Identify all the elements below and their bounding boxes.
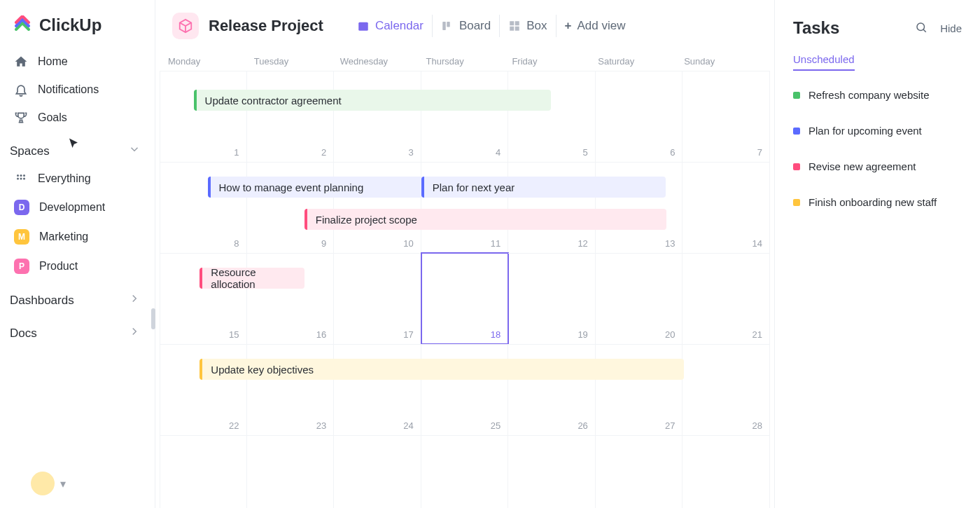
event-label: Finalize project scope (316, 214, 417, 226)
calendar-event[interactable]: How to manage event planning (208, 177, 426, 198)
task-item[interactable]: Refresh company website (793, 89, 962, 101)
calendar-cell[interactable]: 4 (421, 71, 509, 162)
day-number: 17 (403, 329, 413, 340)
day-number: 26 (578, 420, 587, 431)
view-box[interactable]: Box (500, 15, 556, 37)
tasks-tab-unscheduled[interactable]: Unscheduled (793, 53, 855, 71)
user-menu[interactable]: ▾ (31, 472, 66, 495)
view-board-label: Board (459, 19, 491, 33)
weekday-header: MondayTuesdayWednesdayThursdayFridaySatu… (155, 52, 774, 71)
calendar-cell[interactable]: 1 (334, 435, 421, 508)
svg-rect-13 (515, 27, 519, 31)
svg-point-2 (23, 174, 25, 177)
task-item[interactable]: Finish onboarding new staff (793, 196, 962, 208)
calendar-cell[interactable]: 4 (596, 435, 683, 508)
space-item-product[interactable]: P Product (7, 252, 148, 281)
space-list: D DevelopmentM MarketingP Product (7, 193, 148, 281)
space-item-development[interactable]: D Development (7, 193, 148, 222)
calendar-cell[interactable]: 5 (508, 71, 596, 162)
space-color-icon: P (14, 259, 29, 274)
task-item[interactable]: Plan for upcoming event (793, 125, 962, 137)
calendar-cell[interactable]: 25 (421, 344, 509, 435)
calendar-event[interactable]: Update key objectives (200, 359, 683, 380)
calendar-cell[interactable]: 29 (160, 435, 247, 508)
task-color-icon (793, 163, 800, 170)
calendar-cell[interactable]: 19 (508, 253, 596, 344)
calendar-cell[interactable]: 8 (160, 162, 247, 253)
calendar-cell[interactable]: 11 (421, 162, 509, 253)
add-view-label: Add view (577, 19, 625, 33)
weekday-label: Tuesday (250, 52, 336, 71)
svg-point-14 (917, 23, 925, 31)
task-label: Refresh company website (808, 89, 930, 101)
calendar-cell[interactable]: 2 (247, 71, 335, 162)
calendar-cell[interactable]: 14 (682, 162, 770, 253)
calendar-cell[interactable]: 21 (682, 253, 770, 344)
calendar-view: MondayTuesdayWednesdayThursdayFridaySatu… (155, 52, 774, 508)
spaces-header[interactable]: Spaces (7, 132, 148, 165)
calendar-cell[interactable]: 7 (682, 71, 770, 162)
spaces-header-label: Spaces (10, 144, 50, 158)
calendar-cell[interactable]: 3 (334, 71, 421, 162)
calendar-cell[interactable]: 3 (508, 435, 596, 508)
calendar-cell[interactable]: 2 (421, 435, 509, 508)
calendar-cell[interactable]: 6 (596, 71, 683, 162)
calendar-event[interactable]: Update contractor agreement (194, 90, 552, 111)
task-label: Finish onboarding new staff (808, 196, 937, 208)
calendar-cell[interactable]: 17 (334, 253, 421, 344)
calendar-cell[interactable]: 9 (247, 162, 335, 253)
calendar-cell[interactable]: 22 (160, 344, 247, 435)
home-icon (14, 55, 28, 69)
nav-goals[interactable]: Goals (7, 104, 148, 132)
calendar-cell[interactable]: 13 (596, 162, 683, 253)
day-number: 14 (752, 238, 762, 249)
sidebar: ClickUp Home Notifications Goals Spaces (0, 0, 155, 508)
space-item-marketing[interactable]: M Marketing (7, 222, 148, 252)
day-number: 2 (321, 147, 326, 158)
calendar-event[interactable]: Finalize project scope (304, 209, 666, 230)
view-calendar-label: Calendar (375, 19, 424, 33)
day-number: 9 (321, 238, 326, 249)
docs-header[interactable]: Docs (7, 314, 148, 347)
view-board[interactable]: Board (433, 15, 500, 37)
project-heading[interactable]: Release Project (172, 13, 323, 39)
calendar-cell[interactable]: 24 (334, 344, 421, 435)
calendar-cell[interactable]: 5 (682, 435, 770, 508)
bell-icon (14, 83, 28, 97)
event-color-bar (304, 209, 307, 230)
add-view-button[interactable]: + Add view (556, 15, 634, 37)
calendar-cell[interactable]: 26 (508, 344, 596, 435)
event-color-bar (421, 177, 424, 198)
weekday-label: Thursday (422, 52, 508, 71)
calendar-event[interactable]: Resource allocation (200, 268, 304, 289)
space-everything[interactable]: Everything (7, 165, 148, 193)
nav-home[interactable]: Home (7, 48, 148, 76)
day-number: 13 (665, 238, 675, 249)
calendar-cell[interactable]: 20 (596, 253, 683, 344)
task-color-icon (793, 92, 800, 99)
calendar-cell[interactable]: 12 (508, 162, 596, 253)
topbar: Release Project Calendar Board (155, 0, 774, 52)
day-number: 28 (752, 420, 762, 431)
calendar-cell[interactable]: 10 (334, 162, 421, 253)
search-icon[interactable] (915, 21, 927, 36)
svg-rect-11 (515, 21, 519, 25)
calendar-cell[interactable]: 30 (247, 435, 335, 508)
calendar-cell[interactable]: 1 (160, 71, 247, 162)
calendar-cell[interactable]: 27 (596, 344, 683, 435)
calendar-cell[interactable]: 28 (682, 344, 770, 435)
brand-logo[interactable]: ClickUp (7, 13, 148, 48)
nav-notifications[interactable]: Notifications (7, 76, 148, 104)
hide-button[interactable]: Hide (940, 22, 962, 34)
calendar-cell[interactable]: 18 (421, 253, 509, 344)
dashboards-header[interactable]: Dashboards (7, 281, 148, 314)
day-number: 12 (578, 238, 587, 249)
tasks-panel: Tasks Hide Unscheduled Refresh company w… (774, 0, 980, 508)
event-label: How to manage event planning (219, 181, 364, 193)
svg-point-3 (17, 178, 19, 180)
view-calendar[interactable]: Calendar (349, 15, 433, 37)
calendar-event[interactable]: Plan for next year (421, 177, 666, 198)
calendar-cell[interactable]: 23 (247, 344, 335, 435)
task-item[interactable]: Revise new agreement (793, 160, 962, 172)
event-color-bar (208, 177, 211, 198)
